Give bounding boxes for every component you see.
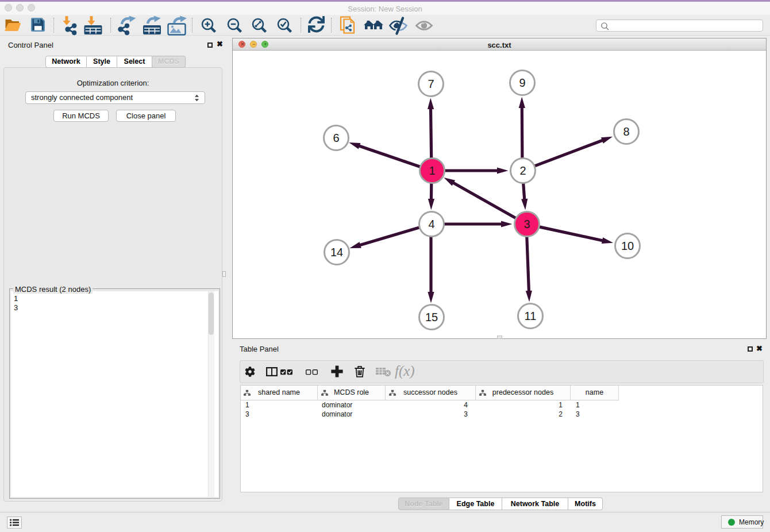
svg-text:10: 10 <box>621 240 634 252</box>
svg-text:14: 14 <box>330 246 343 259</box>
svg-text:1: 1 <box>429 164 435 177</box>
svg-text:9: 9 <box>519 76 525 89</box>
svg-text:3: 3 <box>523 218 530 230</box>
svg-text:4: 4 <box>428 218 434 230</box>
svg-text:15: 15 <box>425 311 438 323</box>
svg-text:7: 7 <box>428 78 434 90</box>
svg-text:6: 6 <box>333 132 339 144</box>
svg-text:2: 2 <box>519 164 526 177</box>
svg-text:8: 8 <box>623 125 629 138</box>
svg-text:11: 11 <box>525 310 537 322</box>
